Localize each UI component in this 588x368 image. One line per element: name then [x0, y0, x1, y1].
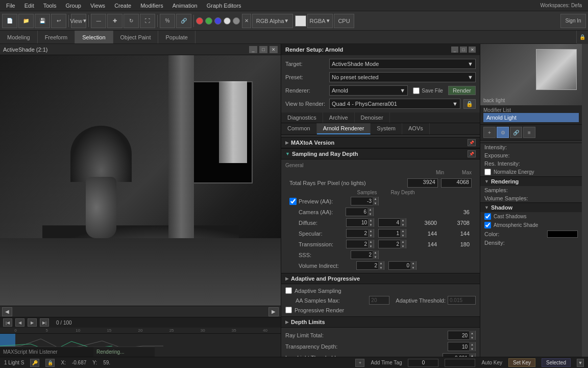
- keyframe-mode-btn[interactable]: 🔑: [30, 359, 39, 367]
- save-file-checkbox[interactable]: [413, 87, 420, 94]
- transmission-rd-down[interactable]: ▼: [400, 244, 406, 249]
- toolbar-view-dropdown[interactable]: View▼: [71, 14, 86, 28]
- tab-modeling[interactable]: Modeling: [0, 31, 38, 43]
- volume-raydepth-spinner[interactable]: 0 ▲ ▼: [388, 261, 416, 270]
- depth-limits-header[interactable]: ▶ Depth Limits: [281, 316, 480, 328]
- view-to-render-dropdown[interactable]: Quad 4 - PhysCamera001 ▼: [329, 99, 460, 109]
- tab-system[interactable]: System: [371, 123, 402, 134]
- preview-aa-samples-spinner[interactable]: -3 ▲ ▼: [351, 197, 379, 205]
- transmission-rd-up[interactable]: ▲: [400, 240, 406, 244]
- color-green[interactable]: [205, 17, 212, 25]
- menu-animation[interactable]: Animation: [168, 2, 202, 10]
- menu-views[interactable]: Views: [86, 2, 109, 10]
- toolbar-save[interactable]: 💾: [35, 14, 50, 28]
- volume-rd-up[interactable]: ▲: [410, 261, 416, 266]
- cpu-btn[interactable]: CPU: [334, 14, 354, 28]
- volume-down[interactable]: ▼: [378, 266, 384, 270]
- timeline-start[interactable]: |◀: [3, 318, 12, 327]
- volume-rd-down[interactable]: ▼: [410, 266, 416, 270]
- ray-limit-down[interactable]: ▼: [469, 335, 475, 340]
- preview-aa-up[interactable]: ▲: [373, 197, 378, 201]
- diffuse-rd-down[interactable]: ▼: [400, 223, 406, 227]
- toolbar-link[interactable]: 🔗: [176, 14, 191, 28]
- timeline-next[interactable]: ▶|: [40, 318, 49, 327]
- inspector-add-modifier-btn[interactable]: +: [483, 127, 496, 138]
- diffuse-rd-up[interactable]: ▲: [400, 218, 406, 223]
- viewport-minimize[interactable]: _: [249, 46, 257, 53]
- tab-aovs[interactable]: AOVs: [402, 123, 430, 134]
- renderer-dropdown[interactable]: Arnold ▼: [329, 85, 408, 96]
- menu-tools[interactable]: Tools: [39, 2, 61, 10]
- normalize-checkbox[interactable]: [484, 169, 491, 175]
- transparency-up[interactable]: ▲: [469, 342, 475, 347]
- channel-rgba[interactable]: RGBA ▼: [307, 14, 333, 28]
- specular-rd-down[interactable]: ▼: [400, 234, 406, 238]
- diffuse-down[interactable]: ▼: [368, 223, 374, 227]
- vp-scroll-right[interactable]: ▶: [268, 307, 279, 316]
- shadow-header[interactable]: ▼ Shadow: [480, 203, 582, 212]
- camera-aa-samples-spinner[interactable]: 6 ▲ ▼: [346, 208, 374, 216]
- tab-object-paint[interactable]: Object Paint: [113, 31, 159, 43]
- menu-create[interactable]: Create: [110, 2, 135, 10]
- tab-common[interactable]: Common: [281, 123, 317, 134]
- specular-raydepth-spinner[interactable]: 1 ▲ ▼: [378, 229, 406, 238]
- set-key-btn[interactable]: Set Key: [508, 358, 535, 367]
- menu-graph-editors[interactable]: Graph Editors: [203, 2, 246, 10]
- rendering-header[interactable]: ▼ Rendering: [480, 177, 582, 186]
- camera-aa-up[interactable]: ▲: [368, 208, 373, 212]
- viewport-close[interactable]: ✕: [270, 46, 278, 53]
- color-red[interactable]: [196, 17, 203, 25]
- color-gray[interactable]: [233, 17, 240, 25]
- volume-samples-spinner[interactable]: 2 ▲ ▼: [356, 261, 384, 270]
- viewport-view[interactable]: ◀ ▶: [0, 55, 281, 317]
- channel-dropdown[interactable]: RGB Alpha ▼: [252, 14, 293, 28]
- render-maximize[interactable]: □: [460, 47, 467, 53]
- progressive-render-checkbox[interactable]: [285, 307, 292, 313]
- toolbar-move[interactable]: ✚: [107, 14, 122, 28]
- specular-samples-spinner[interactable]: 2 ▲ ▼: [346, 229, 374, 238]
- volume-up[interactable]: ▲: [378, 261, 384, 266]
- preset-dropdown[interactable]: No preset selected ▼: [329, 72, 476, 82]
- transmission-samples-spinner[interactable]: 2 ▲ ▼: [346, 240, 374, 248]
- tab-freeform[interactable]: Freeform: [38, 31, 76, 43]
- tab-diagnostics[interactable]: Diagnostics: [281, 112, 323, 123]
- render-close[interactable]: ✕: [469, 47, 476, 53]
- dropdown-arrow-status[interactable]: ▼: [577, 359, 584, 367]
- sign-in-btn[interactable]: Sign In: [560, 14, 586, 28]
- diffuse-raydepth-spinner[interactable]: 4 ▲ ▼: [378, 218, 406, 227]
- color-close[interactable]: ✕: [242, 14, 251, 28]
- inspector-link-btn[interactable]: 🔗: [510, 127, 522, 138]
- toolbar-new[interactable]: 📄: [2, 14, 17, 28]
- mode-bar-lock[interactable]: 🔒: [577, 31, 588, 44]
- render-minimize[interactable]: _: [451, 47, 458, 53]
- sampling-section-header[interactable]: ▼ Sampling and Ray Depth 📌: [281, 148, 480, 159]
- camera-aa-down[interactable]: ▼: [368, 212, 373, 217]
- cast-shadows-checkbox[interactable]: [484, 213, 491, 220]
- sss-samples-spinner[interactable]: 2 ▲ ▼: [351, 250, 379, 259]
- specular-up[interactable]: ▲: [368, 229, 374, 234]
- maxtoa-section-header[interactable]: ▶ MAXtoA Version 📌: [281, 137, 480, 148]
- tab-denoiser[interactable]: Denoiser: [355, 112, 390, 123]
- transmission-down[interactable]: ▼: [368, 244, 374, 249]
- transparency-down[interactable]: ▼: [469, 347, 475, 351]
- selected-btn[interactable]: Selected: [542, 358, 571, 367]
- inspector-modifier-settings-btn[interactable]: ⚙: [497, 127, 509, 138]
- toolbar-select[interactable]: ⸻: [91, 14, 106, 28]
- shadow-color-swatch[interactable]: [547, 231, 578, 238]
- tab-selection[interactable]: Selection: [75, 31, 113, 43]
- render-button[interactable]: Render: [448, 86, 476, 95]
- transparency-depth-spinner[interactable]: 10 ▲ ▼: [448, 342, 476, 351]
- modifier-selected[interactable]: Arnold Light: [483, 113, 579, 122]
- tab-archive[interactable]: Archive: [323, 112, 355, 123]
- sampling-pin[interactable]: 📌: [468, 150, 476, 157]
- inspector-properties-btn[interactable]: ≡: [523, 127, 535, 138]
- viewport-maximize[interactable]: □: [259, 46, 267, 53]
- toolbar-open[interactable]: 📁: [18, 14, 34, 28]
- toolbar-undo[interactable]: ↩: [51, 14, 66, 28]
- sss-down[interactable]: ▼: [373, 255, 378, 260]
- menu-modifiers[interactable]: Modifiers: [136, 2, 167, 10]
- tab-arnold-renderer[interactable]: Arnold Renderer: [317, 123, 371, 134]
- specular-down[interactable]: ▼: [368, 234, 374, 238]
- frame-field[interactable]: 0: [408, 359, 438, 367]
- lock-btn-status[interactable]: 🔒: [45, 359, 55, 367]
